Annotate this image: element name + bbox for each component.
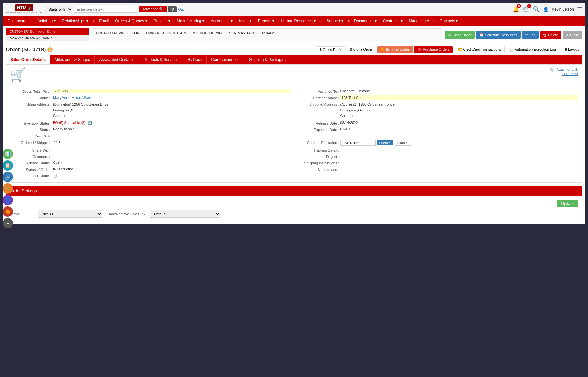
field-shipping-instructions: Shipping Instructions : <box>297 161 578 165</box>
info-icon[interactable]: ℹ <box>47 47 53 52</box>
sidebar-icon-7[interactable]: − <box>3 218 13 228</box>
edit-button[interactable]: ✏ Edit <box>522 31 539 39</box>
notifications-icon-wrap: 🔔 0 <box>512 6 519 13</box>
tab-products-services[interactable]: Products & Services <box>139 55 183 64</box>
edi-status-icon: 📋 <box>53 173 57 177</box>
field-cust-po: Cust PO# : <box>10 134 291 138</box>
top-right-area: 🔔 0 🛒 0 🔍 👤 Kevin Jetson ☰ <box>512 6 582 13</box>
logo-area: HTM 🔊 Powered By BizAutomation.com <box>6 4 42 14</box>
nav-item-manufacturing[interactable]: Manufacturing ▾ <box>174 16 207 26</box>
form-row-7: Ordered / Shipped : 7 / 0 Contract Expir… <box>10 140 578 146</box>
menu-icon[interactable]: ☰ <box>577 6 582 13</box>
nav-item-projects[interactable]: Projects ▾ <box>150 16 174 26</box>
left-sidebar: 📊 📋 🔗 🛒 👤 🔶 − <box>3 149 13 228</box>
meta-modified: MODIFIED KEVIN JETSON MAR 14 2022 10:16A… <box>192 31 274 35</box>
field-tracking-detail: Tracking Detail : <box>297 148 578 152</box>
nav-item-orders[interactable]: Orders & Quotes ▾ <box>112 16 150 26</box>
tab-correspondence[interactable]: Correspondence <box>207 55 244 64</box>
search-input[interactable] <box>74 6 138 13</box>
form-row-1: Order, Total, Paid : SO-0719 Assigned To… <box>10 89 578 93</box>
settings-collapse-icon[interactable]: − <box>575 188 578 194</box>
top-bar: HTM 🔊 Powered By BizAutomation.com Start… <box>3 3 585 16</box>
tab-bizdocs[interactable]: BizDocs <box>183 55 207 64</box>
form-row-6: Cust PO# : <box>10 134 578 138</box>
nav-plus-5[interactable]: + <box>432 18 437 23</box>
contact-link[interactable]: MaryAnne Meed-Ward <box>53 95 91 100</box>
nav-item-activities[interactable]: Activities ▾ <box>34 16 59 26</box>
sidebar-icon-3[interactable]: 🔗 <box>3 172 13 182</box>
action-buttons: ✖ Close Order 📅 Schedule Resources ✏ Edi… <box>442 28 582 41</box>
item-templates-button[interactable]: 🔶 Item Templates <box>377 46 413 53</box>
user-avatar-icon[interactable]: 👤 <box>543 7 549 12</box>
attach-or-link[interactable]: Attach or Link <box>557 67 578 71</box>
sidebar-icon-2[interactable]: 📋 <box>3 160 13 171</box>
meta-created: CREATED KEVIN JETSON <box>96 31 140 35</box>
settings-body: Update Terms : Net 30 Net 15 Net 60 Due … <box>6 196 582 222</box>
nav-item-marketing[interactable]: Marketing ▾ <box>406 16 432 26</box>
field-inventory-status: Inventory Status : BO (5) Shippable (2) … <box>10 121 291 125</box>
nav-plus-3[interactable]: + <box>319 18 323 23</box>
sidebar-icon-6[interactable]: 🔶 <box>3 206 13 217</box>
form-row-10: Release Status : Open Shipping Instructi… <box>10 161 578 165</box>
tab-shipping[interactable]: Shipping & Packaging <box>244 55 291 64</box>
refresh-icon[interactable]: 🔄 <box>88 121 92 125</box>
advanced-search-button[interactable]: Advanced 🔍 <box>139 6 167 12</box>
nav-plus-2[interactable]: + <box>91 18 96 23</box>
purchase-orders-button[interactable]: 🔴 Purchase Orders <box>414 46 453 53</box>
customer-name-link[interactable]: Burlington Bulls <box>30 30 55 33</box>
nav-plus-4[interactable]: + <box>346 18 351 23</box>
tab-bar: Sales Order Details Milestones & Stages … <box>6 55 582 64</box>
nav-item-documents[interactable]: Documents ▾ <box>351 16 380 26</box>
nav-item-contacts[interactable]: Contacts ▾ <box>437 16 461 26</box>
automation-log-button[interactable]: 📋 Automation Execution Log <box>506 46 559 53</box>
field-release-status: Release Status : Open <box>10 161 291 165</box>
nav-bar: Dashboard + Activities ▾ Relationships ▾… <box>3 16 585 26</box>
search-mode-select[interactable]: Starts-with <box>45 6 72 13</box>
contract-update-button[interactable]: Update <box>377 140 393 145</box>
layout-button[interactable]: ⊞ Layout <box>561 46 582 53</box>
tab-associated-contacts[interactable]: Associated Contacts <box>95 55 139 64</box>
nav-plus-1[interactable]: + <box>30 18 34 23</box>
terms-select[interactable]: Net 30 Net 15 Net 60 Due on Receipt <box>38 210 102 218</box>
user-name: Kevin Jetson <box>552 7 574 12</box>
nav-item-contracts[interactable]: Contracts ▾ <box>380 16 406 26</box>
schedule-resources-button[interactable]: 📅 Schedule Resources <box>476 31 521 39</box>
contract-expiration-input[interactable] <box>340 140 376 146</box>
search-area: Starts-with Advanced 🔍 ⏱ Out <box>45 6 510 13</box>
settings-header: Order Settings − <box>6 186 582 196</box>
terms-field: Terms : Net 30 Net 15 Net 60 Due on Rece… <box>10 210 102 218</box>
form-row-11: Status of Order : In Production Marketpl… <box>10 167 578 171</box>
nav-item-items[interactable]: Items ▾ <box>236 16 255 26</box>
contract-cancel-button[interactable]: Cancel <box>395 140 411 146</box>
close-order-button[interactable]: ✖ Close Order <box>445 31 474 39</box>
creditcard-transactions-button[interactable]: 💳 CreditCard Transactions <box>454 46 505 53</box>
customer-header: CUSTOMER Burlington Bulls <box>6 28 89 35</box>
nav-item-dashboard[interactable]: Dashboard <box>4 16 30 26</box>
form-row-9: Comments : Project : <box>10 154 578 159</box>
nav-item-email[interactable]: Email <box>96 16 112 26</box>
clock-button[interactable]: ⏱ <box>168 6 177 12</box>
sidebar-icon-4[interactable]: 🛒 <box>3 183 13 194</box>
tab-sales-order-details[interactable]: Sales Order Details <box>6 55 50 64</box>
gross-profit-button[interactable]: $ Gross Profit <box>316 46 345 53</box>
cart-icon-area: 🛒 <box>10 67 26 82</box>
clone-order-button[interactable]: ⧉ Clone Order <box>346 46 376 53</box>
delete-button[interactable]: 🗑 Delete <box>540 31 561 39</box>
nav-item-accounting[interactable]: Accounting ▾ <box>208 16 236 26</box>
order-settings-section: Order Settings − Update Terms : Net 30 N… <box>6 186 582 222</box>
nav-item-hr[interactable]: Human Resources ▾ <box>277 16 319 26</box>
nav-item-relationships[interactable]: Relationships ▾ <box>59 16 91 26</box>
sidebar-icon-1[interactable]: 📊 <box>3 149 13 159</box>
settings-update-button[interactable]: Update <box>557 200 578 207</box>
nav-item-support[interactable]: Support ▾ <box>323 16 346 26</box>
tax-field: Add/Remove Sales Tax : Default None Cust… <box>109 210 220 218</box>
search-icon[interactable]: 🔍 <box>533 6 540 13</box>
close-button[interactable]: ✖ Close <box>563 31 582 39</box>
tab-milestones[interactable]: Milestones & Stages <box>50 55 95 64</box>
nav-item-reports[interactable]: Reports ▾ <box>255 16 277 26</box>
edi-fields-link[interactable]: EDI Fields <box>562 72 578 76</box>
field-edi-status: EDI Status : 📋 <box>10 173 291 178</box>
sales-tax-select[interactable]: Default None Custom <box>150 210 220 218</box>
sidebar-icon-5[interactable]: 👤 <box>3 195 13 205</box>
out-button[interactable]: Out <box>178 7 184 11</box>
